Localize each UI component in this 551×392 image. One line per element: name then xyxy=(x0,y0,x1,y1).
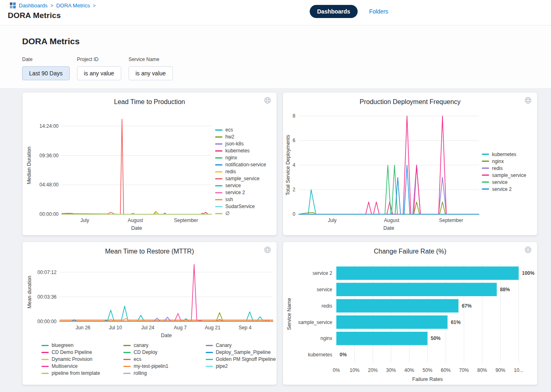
filter-service-name-value-button[interactable]: is any value xyxy=(129,66,173,80)
legend-label: nginx xyxy=(225,155,237,161)
legend-label: Golden PM Signoff Pipeline xyxy=(216,356,276,362)
legend-item-redis[interactable]: redis xyxy=(215,169,266,174)
legend-label: CD Deploy xyxy=(134,349,157,355)
legend-lead-time: ecshw2json-k8skubernetesnginxnotificatio… xyxy=(215,127,266,216)
legend-item-Dynamic Provision[interactable]: Dynamic Provision xyxy=(41,356,117,362)
x-tick-label: 40% xyxy=(404,367,414,373)
tab-folders[interactable]: Folders xyxy=(369,8,388,15)
legend-label: pipe2 xyxy=(216,363,228,369)
globe-icon[interactable] xyxy=(524,246,532,254)
bar-nginx[interactable] xyxy=(336,332,428,345)
x-axis-label: Date xyxy=(383,225,394,231)
legend-label: ∅ xyxy=(225,211,229,216)
legend-label: canary xyxy=(134,342,148,348)
filter-date-value-button[interactable]: Last 90 Days xyxy=(22,66,70,80)
x-tick-label: July xyxy=(328,218,336,223)
legend-item-sample_service[interactable]: sample_service xyxy=(215,176,266,181)
legend-label: Deploy_Sample_Pipeline xyxy=(216,349,271,355)
bar-service 2[interactable] xyxy=(336,267,519,280)
legend-item-notification-service[interactable]: notification-service xyxy=(215,162,266,168)
legend-label: ssh xyxy=(225,197,233,202)
legend-item-pipe2[interactable]: pipe2 xyxy=(206,363,281,369)
legend-item-nginx[interactable]: nginx xyxy=(482,159,526,164)
tile-header: Mean Time to Restore (MTTR) xyxy=(23,242,277,258)
legend-item-redis[interactable]: redis xyxy=(482,165,526,171)
filter-date-label: Date xyxy=(22,57,70,62)
globe-icon[interactable] xyxy=(264,246,271,254)
legend-item-service[interactable]: service xyxy=(215,183,266,188)
legend-item-nginx[interactable]: nginx xyxy=(215,155,266,161)
dashboards-grid-icon xyxy=(10,2,16,9)
filter-project-id: Project ID is any value xyxy=(77,57,121,80)
filter-project-id-value-button[interactable]: is any value xyxy=(77,66,121,80)
legend-item-hw2[interactable]: hw2 xyxy=(215,134,266,140)
legend-swatch xyxy=(215,157,222,159)
legend-item-bluegreen[interactable]: bluegreen xyxy=(41,342,117,348)
legend-label: sample_service xyxy=(225,176,259,181)
legend-label: service 2 xyxy=(225,190,245,195)
tile-body: 02468JulyAugustSeptemberDateTotal Servic… xyxy=(283,108,537,235)
y-tick-label: 6 xyxy=(293,138,295,143)
legend-item-∅[interactable]: ∅ xyxy=(215,211,266,216)
legend-item-SudarService[interactable]: SudarService xyxy=(215,204,266,209)
y-tick-label: 00:00:00 xyxy=(37,319,57,324)
legend-label: service xyxy=(225,183,241,188)
legend-item-Multiservice[interactable]: Multiservice xyxy=(41,363,117,369)
legend-label: redis xyxy=(492,165,503,171)
legend-swatch xyxy=(215,171,222,172)
legend-item-pipeline from template[interactable]: pipeline from template xyxy=(41,370,117,376)
legend-item-json-k8s[interactable]: json-k8s xyxy=(215,141,266,147)
bar-redis[interactable] xyxy=(336,299,458,313)
legend-item-kubernetes[interactable]: kubernetes xyxy=(215,148,266,154)
y-tick-label: 2 xyxy=(293,187,295,193)
globe-icon[interactable] xyxy=(524,97,532,104)
x-tick-label: August xyxy=(384,218,399,223)
legend-item-Canary[interactable]: Canary xyxy=(206,342,281,348)
bar-sample_service[interactable] xyxy=(336,315,447,329)
legend-item-service 2[interactable]: service 2 xyxy=(215,190,266,195)
bar-value-label: 100% xyxy=(522,270,535,276)
breadcrumb-link-dora-metrics[interactable]: DORA Metrics xyxy=(56,2,90,9)
x-tick-label: Aug 7 xyxy=(174,325,187,331)
dashboard-header-section: DORA Metrics Date Last 90 Days Project I… xyxy=(0,26,551,88)
legend-item-sample_service[interactable]: sample_service xyxy=(482,172,526,178)
breadcrumb: Dashboards > DORA Metrics > xyxy=(10,2,95,9)
series-sample_service xyxy=(62,119,211,214)
legend-item-canary[interactable]: canary xyxy=(123,342,199,348)
y-tick-label: 04:48:00 xyxy=(39,182,59,188)
legend-item-ecs[interactable]: ecs xyxy=(215,127,266,133)
legend-label: Canary xyxy=(216,342,232,348)
legend-item-ecs[interactable]: ecs xyxy=(123,356,199,362)
legend-item-service[interactable]: service xyxy=(482,179,526,185)
legend-item-service 2[interactable]: service 2 xyxy=(482,186,526,192)
legend-item-kubernetes[interactable]: kubernetes xyxy=(482,152,526,157)
chart-card-lead-time: Lead Time to Production 00:00:0004:48:00… xyxy=(22,92,277,236)
legend-swatch xyxy=(41,373,49,374)
y-tick-label: 09:36:00 xyxy=(39,153,59,159)
legend-mttr: bluegreenCD Demo PipelineDynamic Provisi… xyxy=(41,342,281,376)
breadcrumb-link-dashboards[interactable]: Dashboards xyxy=(19,2,48,9)
legend-item-ssh[interactable]: ssh xyxy=(215,197,266,202)
bar-service[interactable] xyxy=(336,283,497,296)
page-title: DORA Metrics xyxy=(8,11,61,20)
legend-swatch xyxy=(215,213,222,214)
legend-swatch xyxy=(215,206,222,207)
bar-value-label: 61% xyxy=(451,319,460,325)
y-axis-label: Median Duration xyxy=(26,147,32,184)
tab-dashboards[interactable]: Dashboards xyxy=(310,5,358,18)
legend-item-CD Demo Pipeline[interactable]: CD Demo Pipeline xyxy=(41,349,117,355)
legend-item-my-test-pipelin1[interactable]: my-test-pipelin1 xyxy=(123,363,199,369)
globe-icon[interactable] xyxy=(264,97,271,104)
legend-item-Golden PM Signoff Pipeline[interactable]: Golden PM Signoff Pipeline xyxy=(206,356,281,362)
y-axis-label: Mean duration xyxy=(27,276,32,308)
tile-body: 0%10%20%30%40%50%60%70%80%90%10...servic… xyxy=(283,258,537,385)
legend-item-Deploy_Sample_Pipeline[interactable]: Deploy_Sample_Pipeline xyxy=(206,349,281,355)
x-axis-label: Failure Rates xyxy=(412,376,442,382)
legend-item-CD Deploy[interactable]: CD Deploy xyxy=(123,349,199,355)
bar-value-label: 88% xyxy=(500,287,510,292)
category-label: kubernetes xyxy=(308,352,332,358)
legend-label: json-k8s xyxy=(225,141,244,147)
x-tick-label: 30% xyxy=(386,367,396,373)
legend-item-rolling[interactable]: rolling xyxy=(123,370,199,376)
x-tick-label: 10... xyxy=(514,367,523,373)
